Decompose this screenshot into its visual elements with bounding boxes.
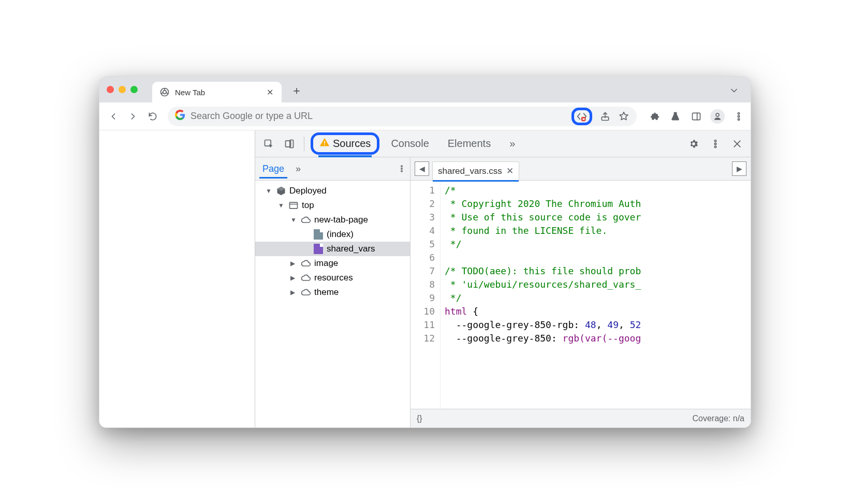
show-debugger-button[interactable]: ▶ xyxy=(732,161,746,176)
tree-resources[interactable]: ▶ resources xyxy=(255,271,410,285)
bookmark-star-icon[interactable] xyxy=(618,111,629,122)
svg-point-19 xyxy=(714,143,716,144)
file-tree: ▼ Deployed ▼ top ▼ xyxy=(255,181,411,427)
file-icon xyxy=(313,244,324,254)
svg-point-18 xyxy=(714,140,716,141)
navigator-tabs: Page » xyxy=(255,157,411,180)
close-file-button[interactable]: ✕ xyxy=(506,166,514,176)
line-gutter: 123456789101112 xyxy=(411,181,441,409)
side-panel-icon[interactable] xyxy=(690,110,703,123)
navigator-tab-overflow[interactable]: » xyxy=(292,159,304,179)
devtools-tabbar: Sources Console Elements » xyxy=(255,130,751,157)
window-icon xyxy=(288,200,299,211)
cube-icon xyxy=(276,186,286,196)
svg-point-9 xyxy=(716,113,719,116)
tab-title: New Tab xyxy=(175,88,259,97)
navigator-more-icon[interactable] xyxy=(398,165,406,173)
warning-icon xyxy=(319,137,330,150)
navigator-tab-page[interactable]: Page xyxy=(259,159,287,179)
chrome-logo-icon xyxy=(159,87,170,97)
svg-line-4 xyxy=(166,93,168,94)
svg-point-10 xyxy=(738,112,739,114)
google-g-icon xyxy=(175,110,185,123)
chevron-right-icon: ▶ xyxy=(290,260,298,267)
code-content[interactable]: /* * Copyright 2020 The Chromium Auth * … xyxy=(441,181,751,409)
traffic-lights xyxy=(107,86,138,93)
profile-avatar[interactable] xyxy=(710,109,725,124)
svg-point-1 xyxy=(163,91,167,94)
device-toolbar-button[interactable] xyxy=(281,136,298,152)
chevron-right-icon: ▶ xyxy=(290,289,298,296)
inspect-element-button[interactable] xyxy=(260,136,277,152)
toolbar xyxy=(99,102,751,130)
file-icon xyxy=(313,229,324,240)
tab-sources-label: Sources xyxy=(333,138,371,150)
chevron-down-icon: ▼ xyxy=(266,187,273,195)
omnibox[interactable] xyxy=(168,107,637,126)
devtools-panel: Sources Console Elements » xyxy=(255,130,751,427)
reload-button[interactable] xyxy=(144,108,162,125)
back-button[interactable] xyxy=(105,108,122,125)
cloud-icon xyxy=(301,215,311,225)
tab-overflow[interactable]: » xyxy=(502,135,522,153)
svg-rect-26 xyxy=(290,202,298,209)
open-file-tab[interactable]: shared_vars.css ✕ xyxy=(432,161,519,180)
window-minimize[interactable] xyxy=(119,86,126,93)
toolbar-actions xyxy=(648,109,745,124)
svg-line-3 xyxy=(161,93,163,94)
open-file-name: shared_vars.css xyxy=(438,166,502,176)
editor-statusbar: {} Coverage: n/a xyxy=(411,409,751,427)
show-navigator-button[interactable]: ◀ xyxy=(415,161,429,176)
chevron-down-icon: ▼ xyxy=(290,216,298,224)
tree-new-tab-page[interactable]: ▼ new-tab-page xyxy=(255,213,410,227)
tab-sources[interactable]: Sources xyxy=(311,132,379,155)
chrome-window: New Tab ✕ ＋ xyxy=(99,76,751,428)
code-editor: 123456789101112 /* * Copyright 2020 The … xyxy=(411,181,751,427)
labs-icon[interactable] xyxy=(669,110,682,123)
devtools-error-indicator[interactable] xyxy=(571,108,592,125)
tree-image[interactable]: ▶ image xyxy=(255,256,410,271)
svg-point-25 xyxy=(401,170,403,172)
svg-rect-7 xyxy=(693,113,700,120)
svg-rect-17 xyxy=(324,144,325,145)
window-zoom[interactable] xyxy=(130,86,138,93)
pretty-print-button[interactable]: {} xyxy=(417,414,422,423)
omnibox-actions xyxy=(571,108,629,125)
devtools-settings-icon[interactable] xyxy=(685,136,702,152)
tree-deployed[interactable]: ▼ Deployed xyxy=(255,184,410,198)
window-close[interactable] xyxy=(107,86,114,93)
devtools-more-icon[interactable] xyxy=(707,136,724,152)
svg-rect-16 xyxy=(324,141,325,144)
share-icon[interactable] xyxy=(599,111,611,122)
editor-tabbar: ◀ shared_vars.css ✕ ▶ xyxy=(411,157,751,180)
divider xyxy=(304,137,304,151)
new-tab-button[interactable]: ＋ xyxy=(286,81,307,100)
tree-file-index[interactable]: (index) xyxy=(255,227,410,242)
tree-theme[interactable]: ▶ theme xyxy=(255,285,410,300)
tab-overflow-button[interactable] xyxy=(725,83,743,98)
chevron-down-icon: ▼ xyxy=(278,202,285,209)
tree-top[interactable]: ▼ top xyxy=(255,198,410,213)
svg-point-20 xyxy=(714,146,716,147)
omnibox-input[interactable] xyxy=(190,111,566,122)
forward-button[interactable] xyxy=(124,108,142,125)
cloud-icon xyxy=(301,273,311,283)
svg-point-24 xyxy=(401,168,403,170)
tab-console[interactable]: Console xyxy=(384,135,436,153)
extensions-icon[interactable] xyxy=(648,110,662,123)
svg-point-23 xyxy=(401,166,403,167)
devtools-secondary-bar: Page » ◀ shared_vars.css ✕ ▶ xyxy=(255,157,751,181)
cloud-icon xyxy=(301,287,311,298)
tab-close-button[interactable]: ✕ xyxy=(265,86,275,98)
tab-elements[interactable]: Elements xyxy=(441,135,498,153)
content-area: Sources Console Elements » xyxy=(99,130,751,427)
code-scroll[interactable]: 123456789101112 /* * Copyright 2020 The … xyxy=(411,181,751,409)
titlebar: New Tab ✕ ＋ xyxy=(99,77,751,102)
cloud-icon xyxy=(301,258,311,269)
browser-tab[interactable]: New Tab ✕ xyxy=(152,82,282,102)
svg-point-12 xyxy=(738,118,739,120)
tree-file-shared-vars[interactable]: shared_vars xyxy=(255,242,410,256)
devtools-close-button[interactable] xyxy=(729,136,745,152)
coverage-status: Coverage: n/a xyxy=(692,414,744,423)
browser-menu-icon[interactable] xyxy=(732,110,745,123)
